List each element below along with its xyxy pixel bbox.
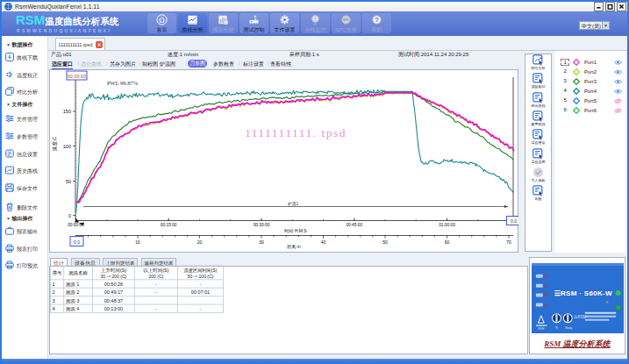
svg-text:S: S — [605, 300, 608, 304]
svg-text:测温 2: 测温 2 — [66, 289, 80, 296]
svg-text:序号: 序号 — [53, 270, 63, 276]
svg-text:测温名称: 测温名称 — [68, 270, 89, 276]
svg-text:温度区间时间(S): 温度区间时间(S) — [183, 268, 217, 274]
svg-text:30 -> 200 (C): 30 -> 200 (C) — [101, 274, 127, 279]
svg-text:-: - — [200, 282, 202, 287]
svg-text:测温 3: 测温 3 — [66, 298, 80, 304]
svg-text:以上时间(S): 以上时间(S) — [143, 268, 169, 274]
svg-text:RSM: RSM — [538, 327, 544, 331]
svg-text:00:49:17: 00:49:17 — [104, 289, 123, 295]
svg-text:00:50:26: 00:50:26 — [104, 282, 123, 287]
svg-text:ⓈRSM: ⓈRSM — [574, 315, 587, 319]
svg-text:测温 1: 测温 1 — [66, 282, 80, 288]
svg-text:2: 2 — [53, 289, 55, 295]
svg-text:00:48:37: 00:48:37 — [104, 298, 123, 303]
svg-text:R: R — [555, 326, 558, 330]
svg-text:-: - — [155, 306, 157, 311]
svg-text:4: 4 — [53, 306, 55, 311]
svg-text:-: - — [155, 289, 157, 295]
svg-text:00:13:00: 00:13:00 — [104, 306, 123, 311]
svg-text:Body: Body — [565, 326, 572, 330]
svg-text:200 (C): 200 (C) — [149, 274, 164, 279]
svg-text:1: 1 — [53, 282, 55, 287]
svg-text:上升时间(S): 上升时间(S) — [101, 268, 127, 274]
svg-text:-: - — [155, 282, 157, 287]
svg-text:50 -> 100 (C): 50 -> 100 (C) — [188, 274, 214, 279]
svg-text:00:07:01: 00:07:01 — [191, 289, 210, 295]
svg-text:测温 4: 测温 4 — [66, 306, 80, 312]
svg-text:3: 3 — [53, 298, 55, 303]
svg-text:☰RSM · S60K-W: ☰RSM · S60K-W — [554, 289, 612, 297]
svg-text:-: - — [200, 306, 202, 311]
